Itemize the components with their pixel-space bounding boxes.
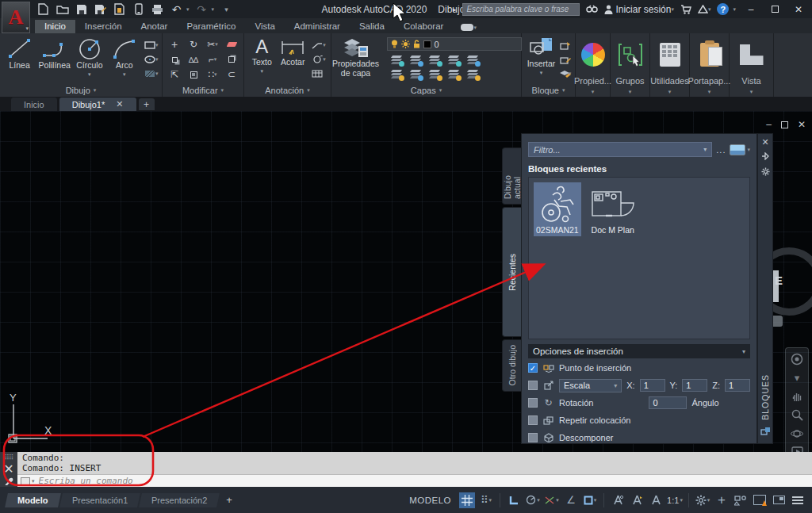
text-button[interactable]: A Texto ▾ [249, 35, 274, 84]
isodraft-dropdown-icon[interactable]: ▾ [556, 497, 559, 503]
panel-expand-icon[interactable]: ▾ [708, 89, 711, 95]
panel-expand-icon[interactable]: ▾ [629, 89, 632, 95]
copy-icon[interactable] [172, 57, 178, 63]
tab-recientes[interactable]: Recientes [502, 207, 521, 337]
search-binoculars-icon[interactable] [586, 5, 598, 13]
define-attributes-icon[interactable]: ▾ [559, 68, 572, 79]
create-block-icon[interactable] [559, 40, 572, 51]
pan-hand-icon[interactable] [791, 390, 803, 402]
hatch-tool-icon[interactable] [144, 68, 156, 79]
customization-menu-icon[interactable] [790, 492, 806, 508]
panel-label-bloque[interactable]: Bloque▾ [522, 84, 575, 97]
grid-toggle-icon[interactable] [459, 492, 475, 508]
annotation-scale-icon[interactable] [648, 492, 664, 508]
erase-icon[interactable] [228, 42, 236, 47]
scale-dropdown-icon[interactable]: ▾ [680, 497, 683, 503]
panel-expand-icon[interactable]: ▾ [307, 87, 310, 94]
workspace-gear-icon[interactable]: ▾ [695, 492, 710, 508]
annotation-scale-value[interactable]: 1:1▾ [667, 492, 683, 508]
layer-current-icon[interactable] [410, 70, 421, 79]
layer-walk-icon[interactable] [467, 70, 478, 79]
polar-tracking-icon[interactable]: ▾ [525, 492, 541, 508]
polyline-button[interactable]: Polilínea [39, 35, 71, 84]
graphics-performance-icon[interactable] [752, 492, 768, 508]
open-file-button[interactable] [56, 3, 69, 15]
rotation-checkbox[interactable] [528, 398, 538, 408]
panel-expand-icon[interactable]: ▾ [592, 89, 595, 95]
annotation-visibility-icon[interactable] [610, 492, 626, 508]
z-input[interactable]: 1 [725, 379, 750, 392]
filter-dropdown-icon[interactable]: ▾ [703, 146, 707, 153]
arc-dropdown[interactable]: ▾ [123, 71, 126, 78]
plot-from-mobile-button[interactable] [113, 3, 126, 15]
file-tab-inicio[interactable]: Inicio [11, 98, 57, 111]
help-button[interactable]: ? [717, 3, 729, 15]
search-expand-arrow-icon[interactable]: ▸ [453, 6, 457, 13]
viewport-minimize-icon[interactable]: – [766, 119, 772, 130]
layer-lock-icon[interactable] [448, 56, 459, 65]
new-layout-button[interactable]: + [220, 494, 239, 506]
stretch-icon[interactable]: ⇱ [170, 69, 178, 80]
redo-button[interactable]: ↷ [195, 3, 209, 15]
isolate-objects-icon[interactable] [733, 492, 749, 508]
block-item-02sman21[interactable]: 02SMAN21 [534, 182, 581, 236]
layout-tab-presentacion2[interactable]: Presentación2 [139, 493, 220, 507]
leader-icon[interactable] [311, 40, 324, 51]
groups-icon[interactable] [619, 43, 642, 67]
customize-wrench-icon[interactable] [4, 477, 13, 485]
explode-checkbox[interactable] [528, 433, 538, 442]
layer-off-icon[interactable] [391, 70, 402, 79]
object-snap-icon[interactable]: ▾ [582, 492, 598, 508]
close-button[interactable]: ✕ [790, 3, 807, 16]
hatch-dropdown[interactable]: ▾ [155, 71, 159, 77]
viewport-restore-icon[interactable] [781, 121, 788, 128]
clean-screen-icon[interactable] [771, 492, 787, 508]
undo-dropdown[interactable]: ▾ [186, 6, 190, 13]
navbar-dropdown[interactable]: ▾ [795, 373, 800, 383]
repeat-checkbox[interactable] [528, 415, 538, 425]
ribbon-tab-colaborar[interactable]: Colaborar [394, 20, 454, 33]
attributes-dropdown[interactable]: ▾ [569, 71, 572, 77]
save-as-button[interactable] [94, 3, 107, 15]
explode-icon[interactable] [228, 56, 235, 63]
customization-plus-icon[interactable]: + [714, 492, 730, 508]
layer-freeze-icon[interactable] [429, 56, 440, 65]
mobile-device-icon[interactable] [132, 3, 145, 15]
file-tab-dibujo1[interactable]: Dibujo1* ✕ [59, 98, 136, 111]
fillet-icon[interactable]: ⌐▾ [209, 54, 217, 65]
ribbon-tab-salida[interactable]: Salida [350, 20, 394, 33]
ribbon-tab-insercion[interactable]: Inserción [75, 20, 132, 33]
command-history[interactable]: Comando: Comando: INSERT [17, 452, 812, 474]
tab-dibujo-actual[interactable]: Dibujo actual [502, 147, 521, 205]
command-prompt-icon[interactable] [21, 477, 30, 485]
rectangle-dropdown[interactable]: ▾ [155, 42, 159, 48]
panel-expand-icon[interactable]: ▾ [562, 87, 565, 94]
layer-unlock-all-icon[interactable] [448, 70, 459, 79]
panel-label-modificar[interactable]: Modificar▾ [163, 84, 243, 97]
palette-autohide-pin-icon[interactable] [761, 152, 769, 162]
application-menu-button[interactable]: A ▾ [2, 2, 30, 33]
scale-checkbox[interactable] [528, 381, 538, 390]
text-dropdown[interactable]: ▾ [260, 68, 263, 75]
workspace-dropdown-icon[interactable]: ▾ [707, 497, 710, 503]
help-dropdown[interactable]: ▾ [733, 6, 736, 13]
browse-button[interactable]: ... [716, 145, 726, 155]
print-button[interactable] [151, 3, 164, 15]
layer-match-icon[interactable] [467, 56, 478, 65]
panel-expand-icon[interactable]: ▾ [221, 87, 224, 94]
scale-dropdown-icon[interactable]: ▾ [614, 382, 617, 389]
recent-commands-dropdown[interactable]: ▾ [32, 478, 35, 484]
layout-tab-modelo[interactable]: Modelo [5, 493, 60, 507]
layer-isolate-icon[interactable] [391, 56, 402, 65]
object-snap-tracking-icon[interactable]: ∠ [563, 492, 579, 508]
redo-dropdown[interactable]: ▾ [212, 6, 215, 13]
properties-color-wheel-icon[interactable] [581, 43, 605, 67]
panel-label-dibujo[interactable]: Dibujo▾ [0, 84, 162, 97]
zoom-icon[interactable] [791, 409, 803, 421]
circle-dropdown[interactable]: ▾ [88, 71, 91, 78]
osnap-dropdown-icon[interactable]: ▾ [594, 497, 597, 503]
layer-dropdown[interactable]: 0 [387, 37, 522, 51]
layer-thaw-all-icon[interactable] [429, 70, 440, 79]
collapse-icon[interactable]: ▾ [742, 348, 745, 355]
minimize-button[interactable]: – [742, 3, 760, 16]
